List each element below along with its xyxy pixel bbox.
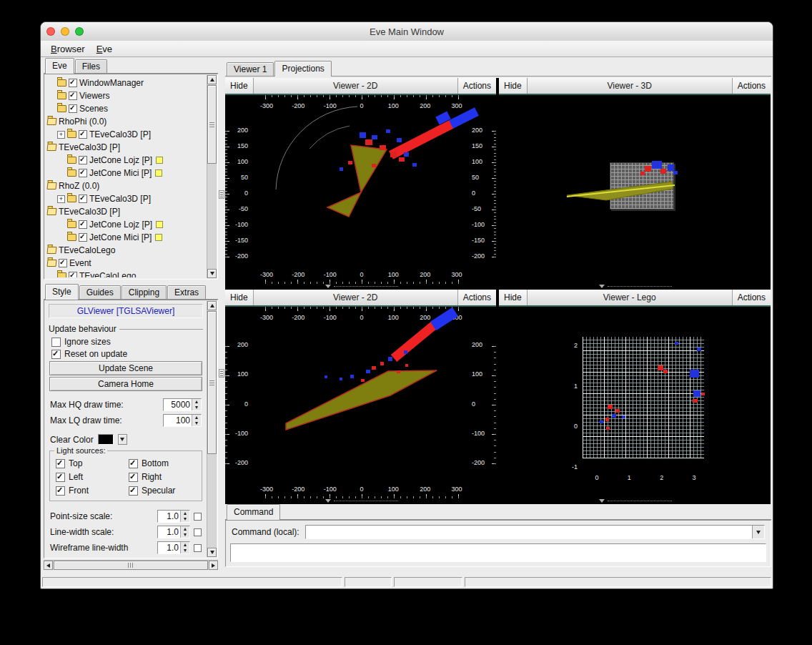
tree-item[interactable]: WindowManager (46, 77, 206, 89)
command-input[interactable] (306, 526, 752, 538)
panel-hscrollbar[interactable] (44, 560, 218, 570)
titlebar[interactable]: Eve Main Window (41, 22, 773, 41)
tree-checkbox[interactable] (79, 130, 87, 139)
spinner-value[interactable]: 1.0 (158, 511, 180, 522)
tab[interactable]: Clipping (122, 285, 167, 299)
light-source-checkbox[interactable]: Bottom (129, 458, 196, 468)
tree-item[interactable]: Event (46, 257, 206, 270)
light-source-checkbox[interactable]: Left (56, 472, 123, 482)
tree-item[interactable]: Scenes (46, 102, 206, 115)
actions-button[interactable]: Actions (732, 78, 771, 94)
scroll-left-icon[interactable] (44, 561, 53, 570)
tree-checkbox[interactable] (79, 195, 87, 203)
scroll-up-icon[interactable] (207, 75, 217, 84)
viewer-2d-rhophi-canvas[interactable]: -300-200-1000100200300 -300-200-10001002… (225, 95, 496, 284)
glviewer-name-label[interactable]: GLViewer [TGLSAViewer] (49, 304, 203, 318)
tree-item[interactable]: TEveCalo3D [P] (46, 141, 206, 154)
menu-item[interactable]: Browser (45, 42, 91, 56)
actions-button[interactable]: Actions (457, 290, 496, 305)
command-combobox[interactable] (305, 525, 765, 539)
tree-checkbox[interactable] (79, 220, 87, 229)
tree-checkbox[interactable] (69, 79, 77, 87)
tree-item[interactable]: JetCone Mici [P] (46, 167, 206, 179)
number-spinner[interactable]: 1.0 (157, 541, 190, 554)
scrollbar-thumb[interactable] (207, 85, 217, 164)
scale-checkbox[interactable] (194, 544, 202, 552)
scroll-up-icon[interactable] (207, 301, 217, 310)
spinner-arrows[interactable] (192, 399, 201, 410)
tree-item[interactable]: TEveCaloLego (46, 270, 206, 277)
scale-checkbox[interactable] (194, 528, 202, 536)
tree-checkbox[interactable] (79, 169, 87, 177)
tree-item[interactable]: Viewers (46, 89, 206, 102)
splitter-grip[interactable] (219, 369, 224, 378)
checkbox[interactable] (129, 486, 138, 496)
tree-checkbox[interactable] (79, 233, 87, 242)
checkbox[interactable] (51, 350, 61, 359)
spinner-arrows[interactable] (180, 526, 189, 538)
hide-button[interactable]: Hide (225, 290, 254, 305)
tab[interactable]: Guides (79, 285, 121, 299)
scrollbar-thumb[interactable] (207, 311, 217, 454)
tree-item[interactable]: + TEveCalo3D [P] (46, 128, 206, 141)
actions-button[interactable]: Actions (457, 78, 496, 94)
checkbox[interactable] (56, 459, 65, 468)
clear-color-swatch[interactable] (98, 434, 114, 445)
editor-scrollbar[interactable] (207, 301, 217, 557)
splitter-grip[interactable] (219, 190, 224, 199)
spinner-arrows[interactable] (192, 415, 201, 426)
color-dropdown-button[interactable] (118, 434, 127, 445)
viewer-2d-rhoz-canvas[interactable]: -300-200-1000100200300 -300-200-10001002… (225, 307, 496, 498)
light-source-checkbox[interactable]: Specular (129, 486, 196, 496)
number-spinner[interactable]: 5000 (163, 398, 202, 411)
panel-splitter[interactable] (218, 58, 225, 570)
scale-checkbox[interactable] (194, 513, 202, 521)
editor-button[interactable]: Camera Home (49, 377, 202, 391)
spinner-value[interactable]: 1.0 (158, 526, 180, 538)
editor-checkbox[interactable]: Ignore sizes (51, 337, 200, 347)
number-spinner[interactable]: 1.0 (157, 526, 190, 538)
close-button[interactable] (46, 27, 55, 36)
light-source-checkbox[interactable]: Top (56, 458, 123, 468)
row-splitter[interactable] (499, 284, 771, 290)
menu-item[interactable]: Eve (91, 42, 118, 56)
hide-button[interactable]: Hide (499, 290, 528, 305)
light-source-checkbox[interactable]: Right (129, 472, 196, 482)
tab[interactable]: Files (75, 59, 107, 73)
scroll-down-icon[interactable] (207, 269, 217, 278)
checkbox[interactable] (56, 486, 65, 496)
tree-checkbox[interactable] (79, 156, 87, 164)
checkbox[interactable] (129, 459, 138, 468)
spinner-value[interactable]: 1.0 (158, 542, 180, 553)
spinner-arrows[interactable] (180, 511, 189, 522)
tab[interactable]: Eve (45, 58, 74, 74)
tree-scrollbar[interactable] (207, 75, 217, 278)
scroll-right-icon[interactable] (209, 561, 218, 570)
tree-item[interactable]: RhoPhi (0.0) (46, 115, 206, 128)
tree-item[interactable]: JetCone Mici [P] (46, 231, 206, 244)
tree-item[interactable]: JetCone Lojz [P] (46, 218, 206, 231)
combo-dropdown-icon[interactable] (752, 526, 764, 538)
scrollbar-thumb[interactable] (54, 561, 208, 570)
checkbox[interactable] (51, 338, 61, 347)
editor-checkbox[interactable]: Reset on update (51, 349, 200, 359)
actions-button[interactable]: Actions (732, 290, 771, 305)
tree-item[interactable]: TEveCaloLego (46, 244, 206, 257)
minimize-button[interactable] (61, 27, 69, 36)
tree-item[interactable]: RhoZ (0.0) (46, 179, 206, 192)
editor-button[interactable]: Update Scene (49, 361, 202, 375)
number-spinner[interactable]: 1.0 (157, 510, 190, 523)
tab[interactable]: Extras (167, 285, 206, 299)
tree-checkbox[interactable] (59, 259, 67, 267)
tree-item[interactable]: JetCone Lojz [P] (46, 154, 206, 167)
zoom-button[interactable] (75, 27, 84, 36)
tab-command[interactable]: Command (227, 504, 280, 520)
spinner-arrows[interactable] (180, 542, 189, 553)
row-splitter[interactable] (499, 498, 771, 504)
light-source-checkbox[interactable]: Front (56, 486, 123, 496)
command-output[interactable] (230, 543, 766, 562)
tab[interactable]: Style (45, 284, 79, 300)
row-splitter[interactable] (225, 284, 496, 290)
checkbox[interactable] (56, 473, 65, 482)
spinner-value[interactable]: 5000 (164, 399, 192, 410)
